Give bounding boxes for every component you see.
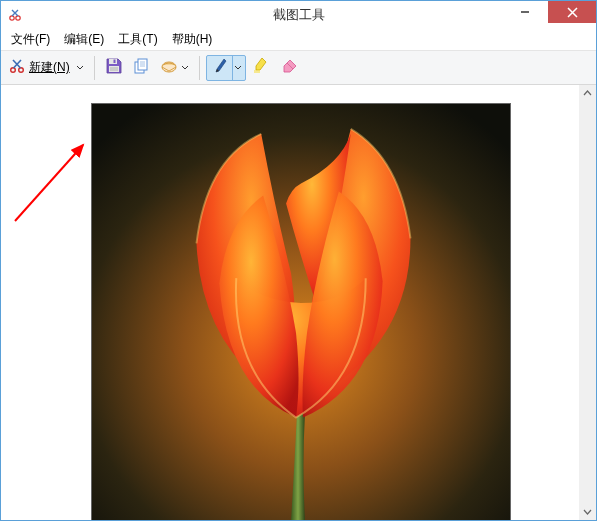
scroll-down-icon [583, 507, 592, 516]
pen-icon [213, 57, 229, 78]
save-button[interactable] [101, 55, 127, 81]
menu-tools[interactable]: 工具(T) [112, 29, 163, 50]
window-title: 截图工具 [273, 6, 325, 24]
close-icon [567, 7, 578, 18]
scroll-up-button[interactable] [579, 85, 596, 102]
new-button[interactable]: 新建(N) [5, 55, 88, 81]
app-window: 截图工具 文件(F) 编辑(E) 工具(T) 帮助(H) 新建(N) [0, 0, 597, 521]
toolbar-group-file [101, 55, 193, 81]
minimize-button[interactable] [502, 1, 548, 23]
titlebar[interactable]: 截图工具 [1, 1, 596, 29]
highlighter-button[interactable] [248, 55, 274, 81]
canvas-area [1, 85, 596, 520]
eraser-icon [280, 58, 298, 77]
toolbar-separator [94, 56, 95, 80]
svg-point-4 [19, 68, 24, 73]
scroll-track[interactable] [579, 102, 596, 503]
svg-point-1 [16, 16, 20, 20]
menu-edit[interactable]: 编辑(E) [58, 29, 110, 50]
menu-file[interactable]: 文件(F) [5, 29, 56, 50]
svg-line-18 [15, 145, 83, 221]
menubar: 文件(F) 编辑(E) 工具(T) 帮助(H) [1, 29, 596, 51]
app-icon [7, 7, 23, 23]
minimize-icon [520, 7, 530, 17]
svg-rect-7 [109, 66, 119, 72]
svg-rect-5 [109, 59, 117, 64]
scroll-up-icon [583, 89, 592, 98]
pen-dropdown[interactable] [232, 56, 244, 80]
new-button-label: 新建(N) [29, 59, 70, 76]
svg-rect-11 [138, 59, 147, 70]
svg-point-3 [11, 68, 16, 73]
toolbar-group-new: 新建(N) [5, 55, 88, 81]
copy-button[interactable] [129, 55, 155, 81]
chevron-down-icon [76, 64, 84, 72]
window-controls [502, 1, 596, 29]
scissors-icon [9, 58, 25, 77]
toolbar-group-draw [206, 55, 302, 81]
mail-dropdown[interactable] [179, 64, 191, 72]
pen-button[interactable] [206, 55, 246, 81]
highlighter-icon [252, 57, 269, 78]
annotation-arrow [9, 137, 99, 227]
chevron-down-icon [181, 64, 189, 72]
close-button[interactable] [548, 1, 596, 23]
menu-help[interactable]: 帮助(H) [166, 29, 219, 50]
new-dropdown[interactable] [74, 64, 86, 72]
svg-point-0 [10, 16, 14, 20]
save-floppy-icon [105, 57, 123, 78]
copy-icon [133, 58, 150, 78]
captured-image[interactable] [91, 103, 511, 520]
chevron-down-icon [234, 64, 242, 72]
toolbar-separator [199, 56, 200, 80]
svg-rect-6 [113, 60, 115, 64]
toolbar: 新建(N) [1, 51, 596, 85]
mail-icon [161, 58, 179, 77]
scroll-down-button[interactable] [579, 503, 596, 520]
svg-rect-16 [254, 70, 260, 73]
eraser-button[interactable] [276, 55, 302, 81]
tulip-image [92, 104, 510, 520]
mail-button[interactable] [157, 55, 193, 81]
vertical-scrollbar[interactable] [579, 85, 596, 520]
